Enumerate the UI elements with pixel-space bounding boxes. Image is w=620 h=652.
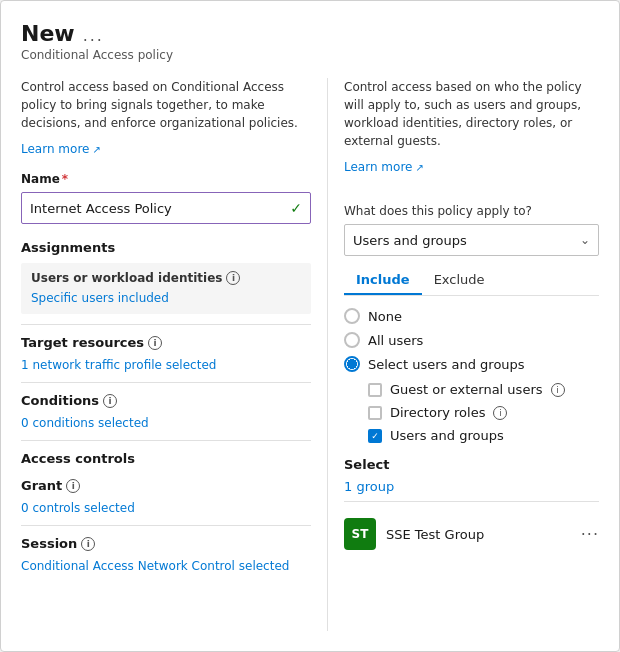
- session-label: Session i: [21, 525, 311, 551]
- left-learn-more-link[interactable]: Learn more: [21, 142, 101, 156]
- policy-dropdown[interactable]: Users and groups ⌄: [344, 224, 599, 256]
- page-subtitle: Conditional Access policy: [21, 48, 599, 62]
- page-container: New ... Conditional Access policy Contro…: [0, 0, 620, 652]
- tab-exclude[interactable]: Exclude: [422, 266, 497, 295]
- session-link[interactable]: Conditional Access Network Control selec…: [21, 559, 311, 573]
- policy-question: What does this policy apply to?: [344, 204, 599, 218]
- page-title: New: [21, 21, 75, 46]
- grant-info-icon[interactable]: i: [66, 479, 80, 493]
- radio-select-users[interactable]: Select users and groups: [344, 356, 599, 372]
- access-controls-label: Access controls: [21, 440, 311, 466]
- right-learn-more-link[interactable]: Learn more: [344, 160, 424, 174]
- right-description: Control access based on who the policy w…: [344, 78, 599, 150]
- users-specific-link[interactable]: Specific users included: [31, 291, 169, 305]
- users-section-label: Users or workload identities i: [31, 271, 301, 285]
- radio-select-users-circle: [344, 356, 360, 372]
- right-panel: Control access based on who the policy w…: [327, 78, 599, 631]
- directory-info-icon[interactable]: i: [493, 406, 507, 420]
- dropdown-arrow-icon: ⌄: [580, 233, 590, 247]
- tab-include[interactable]: Include: [344, 266, 422, 295]
- checkbox-group: Guest or external users i Directory role…: [368, 382, 599, 443]
- target-resources-label: Target resources i: [21, 324, 311, 350]
- checkbox-users-groups[interactable]: Users and groups: [368, 428, 599, 443]
- checkbox-users-groups-box: [368, 429, 382, 443]
- checkbox-guest[interactable]: Guest or external users i: [368, 382, 599, 397]
- radio-none[interactable]: None: [344, 308, 599, 324]
- radio-group: None All users Select users and groups: [344, 308, 599, 372]
- name-input[interactable]: Internet Access Policy ✓: [21, 192, 311, 224]
- include-exclude-tabs: Include Exclude: [344, 266, 599, 296]
- session-info-icon[interactable]: i: [81, 537, 95, 551]
- users-section[interactable]: Users or workload identities i Specific …: [21, 263, 311, 314]
- select-label: Select: [344, 457, 599, 472]
- target-resources-link[interactable]: 1 network traffic profile selected: [21, 358, 311, 372]
- main-content: Control access based on Conditional Acce…: [21, 78, 599, 631]
- left-description: Control access based on Conditional Acce…: [21, 78, 311, 132]
- checkbox-directory-label: Directory roles: [390, 405, 485, 420]
- conditions-info-icon[interactable]: i: [103, 394, 117, 408]
- radio-select-users-label: Select users and groups: [368, 357, 525, 372]
- group-item: ST SSE Test Group ···: [344, 512, 599, 556]
- assignments-label: Assignments: [21, 240, 311, 255]
- group-link[interactable]: 1 group: [344, 479, 394, 494]
- page-header: New ...: [21, 21, 599, 46]
- checkbox-directory-box: [368, 406, 382, 420]
- grant-label: Grant i: [21, 474, 311, 493]
- checkmark-icon: ✓: [290, 200, 302, 216]
- left-panel: Control access based on Conditional Acce…: [21, 78, 311, 631]
- dropdown-value: Users and groups: [353, 233, 467, 248]
- radio-none-label: None: [368, 309, 402, 324]
- group-avatar: ST: [344, 518, 376, 550]
- checkbox-users-groups-label: Users and groups: [390, 428, 504, 443]
- checkbox-directory[interactable]: Directory roles i: [368, 405, 599, 420]
- header-more-icon[interactable]: ...: [83, 26, 104, 45]
- conditions-link[interactable]: 0 conditions selected: [21, 416, 311, 430]
- conditions-label: Conditions i: [21, 382, 311, 408]
- radio-all-users-label: All users: [368, 333, 423, 348]
- required-indicator: *: [62, 172, 68, 186]
- target-resources-info-icon[interactable]: i: [148, 336, 162, 350]
- group-more-icon[interactable]: ···: [581, 525, 599, 544]
- name-label: Name*: [21, 172, 311, 186]
- radio-all-users-circle: [344, 332, 360, 348]
- users-info-icon[interactable]: i: [226, 271, 240, 285]
- radio-all-users[interactable]: All users: [344, 332, 599, 348]
- guest-info-icon[interactable]: i: [551, 383, 565, 397]
- checkbox-guest-label: Guest or external users: [390, 382, 543, 397]
- group-name: SSE Test Group: [386, 527, 571, 542]
- divider: [344, 501, 599, 502]
- checkbox-guest-box: [368, 383, 382, 397]
- radio-none-circle: [344, 308, 360, 324]
- grant-link[interactable]: 0 controls selected: [21, 501, 311, 515]
